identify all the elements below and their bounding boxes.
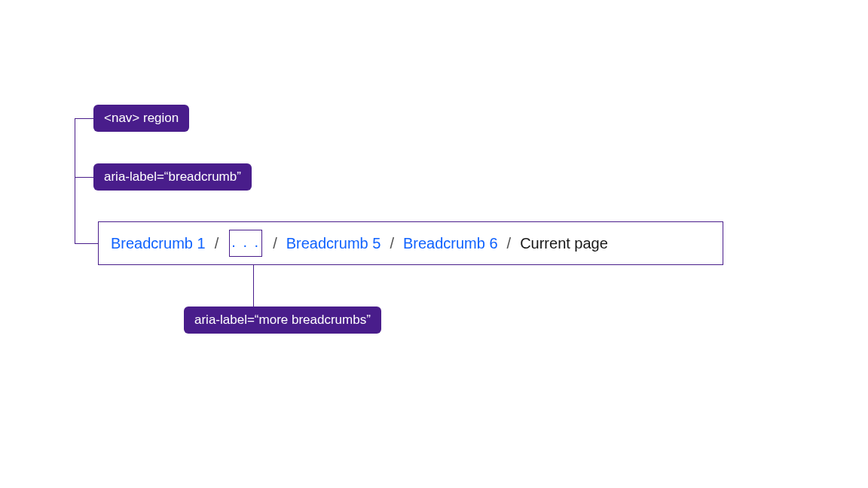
breadcrumb-separator: / bbox=[273, 235, 277, 252]
connector-h-bar bbox=[75, 243, 98, 244]
tag-aria-breadcrumb: aria-label=“breadcrumb” bbox=[93, 163, 252, 191]
connector-vertical bbox=[75, 118, 75, 243]
breadcrumb-nav: Breadcrumb 1 / . . . / Breadcrumb 5 / Br… bbox=[98, 221, 723, 265]
breadcrumb-item-6[interactable]: Breadcrumb 6 bbox=[403, 235, 498, 252]
breadcrumb-item-1[interactable]: Breadcrumb 1 bbox=[111, 235, 206, 252]
breadcrumb-current-page: Current page bbox=[520, 235, 608, 252]
breadcrumb-overflow-button[interactable]: . . . bbox=[229, 230, 262, 257]
connector-h-nav bbox=[75, 118, 93, 119]
breadcrumb-separator: / bbox=[215, 235, 219, 252]
tag-aria-more: aria-label=“more breadcrumbs” bbox=[184, 307, 381, 334]
breadcrumb-item-5[interactable]: Breadcrumb 5 bbox=[286, 235, 381, 252]
breadcrumb-separator: / bbox=[507, 235, 512, 252]
ellipsis-icon: . . . bbox=[231, 234, 260, 252]
diagram-canvas: <nav> region aria-label=“breadcrumb” Bre… bbox=[0, 0, 868, 488]
breadcrumb-separator: / bbox=[390, 235, 394, 252]
connector-h-aria bbox=[75, 177, 93, 178]
tag-nav-region: <nav> region bbox=[93, 105, 189, 132]
